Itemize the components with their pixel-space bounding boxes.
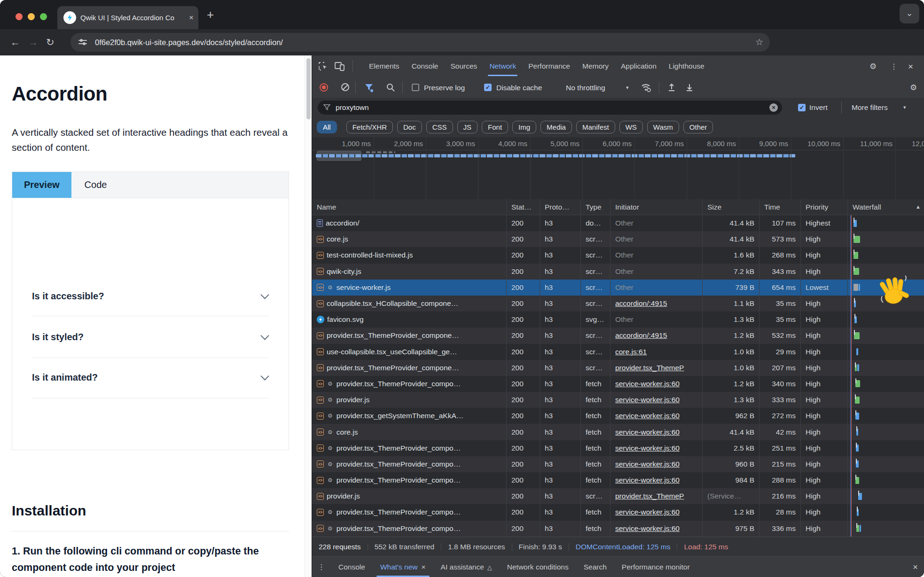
omnibox[interactable]: 0f6e2f0b.qwik-ui-site.pages.dev/docs/sty… xyxy=(70,33,770,52)
cell-initiator[interactable]: provider.tsx_ThemeP xyxy=(611,488,703,504)
filter-value[interactable]: proxytown xyxy=(336,101,369,115)
request-row[interactable]: <>provider.tsx_ThemeProvider_compone…200… xyxy=(312,327,924,343)
reload-icon[interactable]: ↻ xyxy=(46,29,55,55)
devtools-tab-application[interactable]: Application xyxy=(615,55,663,77)
devtools-tab-performance[interactable]: Performance xyxy=(522,55,576,77)
forward-icon[interactable]: → xyxy=(28,29,38,55)
drawer-tab-what-s-new[interactable]: What's new× xyxy=(373,557,433,577)
request-row[interactable]: <>⚙provider.tsx_getSystemTheme_aKkA…200h… xyxy=(312,408,924,424)
chip-manifest[interactable]: Manifest xyxy=(576,121,615,133)
column-header-priority[interactable]: Priority xyxy=(801,199,848,215)
drawer-kebab-icon[interactable]: ⋮ xyxy=(318,557,325,577)
devtools-tab-memory[interactable]: Memory xyxy=(576,55,615,77)
inspect-element-icon[interactable] xyxy=(318,61,328,71)
drawer-tab-console[interactable]: Console xyxy=(331,557,373,577)
chip-doc[interactable]: Doc xyxy=(397,121,422,133)
column-header-waterfall[interactable]: Waterfall▲ xyxy=(848,199,924,215)
request-row[interactable]: <>⚙provider.tsx_ThemeProvider_compo…200h… xyxy=(312,521,924,537)
device-toolbar-icon[interactable] xyxy=(335,62,345,71)
filter-input[interactable]: proxytown × xyxy=(318,101,782,115)
page-scrollbar-thumb[interactable] xyxy=(306,58,311,119)
browser-tab[interactable]: Qwik UI | Styled Accordion Co × xyxy=(57,6,198,29)
cell-name[interactable]: <>provider.tsx_ThemeProvider_compone… xyxy=(312,360,507,376)
request-row[interactable]: <>provider.tsx_ThemeProvider_compone…200… xyxy=(312,360,924,376)
cell-initiator[interactable]: accordion/:4915 xyxy=(611,327,703,343)
search-icon[interactable] xyxy=(386,83,395,92)
column-header-time[interactable]: Time xyxy=(760,199,801,215)
import-har-icon[interactable] xyxy=(667,83,676,92)
cell-initiator[interactable]: service-worker.js:60 xyxy=(611,521,703,537)
filter-clear-icon[interactable]: × xyxy=(769,103,778,112)
tab-close-icon[interactable]: × xyxy=(189,6,194,29)
request-row[interactable]: <>provider.js200h3scr…provider.tsx_Theme… xyxy=(312,488,924,504)
page-scrollbar[interactable] xyxy=(305,55,312,577)
chip-wasm[interactable]: Wasm xyxy=(647,121,679,133)
export-har-icon[interactable] xyxy=(685,83,694,92)
column-header-type[interactable]: Type xyxy=(581,199,611,215)
devtools-tab-console[interactable]: Console xyxy=(406,55,445,77)
drawer-tab-close-icon[interactable]: × xyxy=(422,563,426,571)
devtools-tab-lighthouse[interactable]: Lighthouse xyxy=(663,55,711,77)
chip-ws[interactable]: WS xyxy=(619,121,643,133)
traffic-light-close[interactable] xyxy=(16,13,23,20)
request-row[interactable]: <>⚙provider.tsx_ThemeProvider_compo…200h… xyxy=(312,456,924,472)
throttling-caret-icon[interactable]: ▾ xyxy=(626,78,629,98)
more-filters-label[interactable]: More filters xyxy=(852,97,888,117)
drawer-tab-network-conditions[interactable]: Network conditions xyxy=(500,557,576,577)
chip-css[interactable]: CSS xyxy=(426,121,453,133)
disable-cache-checkbox[interactable]: ✓ xyxy=(484,84,492,91)
cell-name[interactable]: <>⚙provider.tsx_ThemeProvider_compo… xyxy=(312,521,507,537)
chip-all[interactable]: All xyxy=(317,121,337,133)
drawer-tab-performance-monitor[interactable]: Performance monitor xyxy=(614,557,697,577)
request-row[interactable]: <>⚙provider.tsx_ThemeProvider_compo…200h… xyxy=(312,472,924,488)
cell-name[interactable]: favicon.svg xyxy=(312,312,507,327)
cell-initiator[interactable]: provider.tsx_ThemeP xyxy=(611,360,703,376)
filter-funnel-icon[interactable] xyxy=(365,84,373,91)
site-info-icon[interactable] xyxy=(78,39,87,46)
cell-name[interactable]: <>⚙provider.tsx_ThemeProvider_compo… xyxy=(312,504,507,520)
invert-label[interactable]: Invert xyxy=(809,97,828,117)
devtools-tab-sources[interactable]: Sources xyxy=(445,55,484,77)
drawer-tab-search[interactable]: Search xyxy=(576,557,614,577)
cell-name[interactable]: <>⚙provider.tsx_ThemeProvider_compo… xyxy=(312,376,507,392)
chip-img[interactable]: Img xyxy=(512,121,536,133)
cell-name[interactable]: <>⚙provider.js xyxy=(312,392,507,408)
tab-search-button[interactable]: ⌄ xyxy=(900,4,919,23)
preserve-log-checkbox[interactable] xyxy=(412,84,419,91)
record-network-log-icon[interactable] xyxy=(320,83,328,92)
chip-font[interactable]: Font xyxy=(482,121,508,133)
sort-asc-icon[interactable]: ▲ xyxy=(916,199,921,215)
clear-network-log-icon[interactable] xyxy=(341,83,349,91)
request-row[interactable]: <>⚙core.js200h3fetchservice-worker.js:60… xyxy=(312,424,924,440)
request-row[interactable]: accordion/200h3do…Other41.4 kB107 msHigh… xyxy=(312,215,924,231)
request-row[interactable]: <>collapsible.tsx_HCollapsible_compone…2… xyxy=(312,296,924,312)
status-item[interactable]: DOMContentLoaded: 125 ms xyxy=(569,543,678,551)
network-settings-gear-icon[interactable]: ⚙ xyxy=(910,78,917,98)
column-header-stat-[interactable]: Stat… xyxy=(507,199,540,215)
chip-fetch-xhr[interactable]: Fetch/XHR xyxy=(346,121,393,133)
column-header-initiator[interactable]: Initiator xyxy=(611,199,703,215)
cell-initiator[interactable]: core.js:61 xyxy=(611,344,703,360)
request-row[interactable]: <>⚙provider.tsx_ThemeProvider_compo…200h… xyxy=(312,376,924,392)
accordion-trigger[interactable]: Is it animated? xyxy=(32,372,98,383)
status-item[interactable]: Load: 125 ms xyxy=(677,543,735,551)
network-conditions-icon[interactable] xyxy=(641,83,651,92)
url-text[interactable]: 0f6e2f0b.qwik-ui-site.pages.dev/docs/sty… xyxy=(95,33,283,52)
cell-initiator[interactable]: service-worker.js:60 xyxy=(611,440,703,456)
cell-name[interactable]: <>provider.tsx_ThemeProvider_compone… xyxy=(312,327,507,343)
request-row[interactable]: <>use-collapsible.tsx_useCollapsible_ge…… xyxy=(312,344,924,360)
cell-name[interactable]: <>⚙provider.tsx_ThemeProvider_compo… xyxy=(312,472,507,488)
settings-gear-icon[interactable]: ⚙ xyxy=(869,55,877,78)
cell-initiator[interactable]: service-worker.js:60 xyxy=(611,424,703,440)
cell-name[interactable]: <>⚙service-worker.js xyxy=(312,280,507,296)
request-row[interactable]: <>⚙provider.tsx_ThemeProvider_compo…200h… xyxy=(312,440,924,456)
preserve-log-label[interactable]: Preserve log xyxy=(424,78,465,98)
drawer-tab-ai-assistance[interactable]: AI assistance△ xyxy=(433,557,500,577)
devtools-close-icon[interactable]: × xyxy=(908,55,913,78)
devtools-tab-elements[interactable]: Elements xyxy=(363,55,406,77)
request-row[interactable]: <>test-controlled-list-mixed.js200h3scr…… xyxy=(312,247,924,263)
accordion-trigger[interactable]: Is it styled? xyxy=(32,332,84,343)
more-filters-caret-icon[interactable]: ▾ xyxy=(903,97,906,117)
cell-initiator[interactable]: service-worker.js:60 xyxy=(611,472,703,488)
cell-initiator[interactable]: service-worker.js:60 xyxy=(611,408,703,424)
